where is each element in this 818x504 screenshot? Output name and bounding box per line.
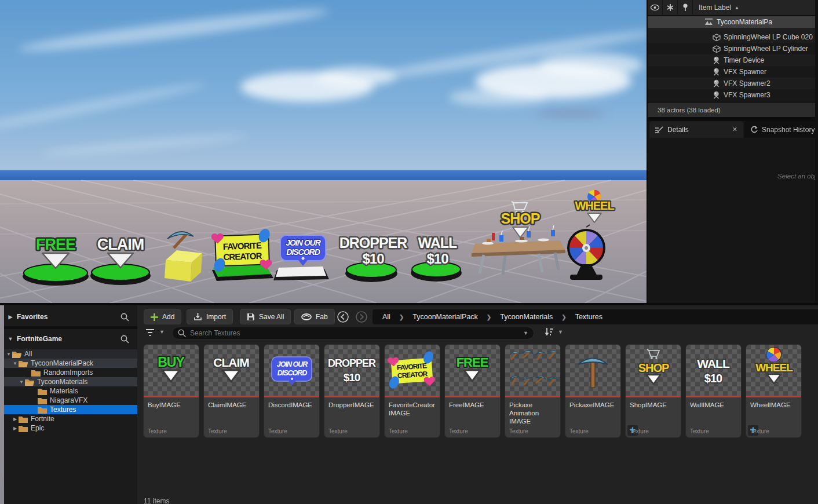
tree-item-tycoonmaterialpack[interactable]: ▼ TycoonMaterialPack [4, 359, 137, 368]
favorites-section[interactable]: ▶ Favorites [4, 309, 137, 325]
svg-text:DISCORD: DISCORD [277, 369, 308, 377]
history-icon [750, 126, 758, 133]
asset-name: PickaxeIMAGE [565, 397, 620, 409]
forward-button[interactable] [356, 311, 367, 323]
svg-text:$10: $10 [344, 371, 360, 384]
details-pencil-icon [655, 126, 663, 133]
breadcrumb-textures[interactable]: Textures [575, 313, 602, 321]
dropper-thumbnail: DROPPER $10 [324, 345, 379, 396]
device-icon [713, 56, 720, 64]
breadcrumb-all[interactable]: All [382, 313, 390, 321]
asset-tile-claim[interactable]: CLAIM ClaimIMAGE Texture [204, 345, 259, 437]
asset-name: DiscordIMAGE [264, 397, 319, 409]
outliner-row[interactable]: SpinningWheel LP Cylinder [648, 43, 815, 54]
filter-chevron-icon[interactable]: ▼ [159, 329, 165, 335]
tree-item-all[interactable]: ▼ All [4, 349, 137, 359]
outliner-row[interactable]: VFX Spawner [648, 66, 815, 78]
outliner-scrollbar[interactable] [815, 0, 818, 117]
claim-sign: CLAIM [97, 236, 144, 253]
asset-type: Texture [148, 428, 167, 434]
search-history-chevron-icon[interactable]: ▼ [523, 330, 528, 336]
svg-text:WALL: WALL [697, 357, 730, 370]
asset-tile-wheel[interactable]: WHEEL + WheelIMAGE Texture [746, 345, 801, 437]
search-box[interactable]: ▼ [172, 327, 534, 339]
sort-icon[interactable] [545, 327, 554, 337]
asset-name: WallIMAGE [686, 397, 741, 409]
asset-tile-buy[interactable]: BUY BuyIMAGE Texture [144, 345, 199, 437]
breadcrumb-tycoonmaterialpack[interactable]: TycoonMaterialPack [412, 313, 478, 321]
outliner-row[interactable]: Timer Device [648, 54, 815, 66]
content-browser: ▶ Favorites ▼ FortniteGame ▼ All ▼ Tycoo… [0, 303, 818, 504]
search-icon[interactable] [120, 313, 129, 322]
favoritecreator-thumbnail: FAVORITE CREATOR [385, 345, 440, 396]
visibility-eye-icon[interactable] [648, 0, 663, 16]
breadcrumb-tycoonmaterials[interactable]: TycoonMaterials [500, 313, 553, 321]
device-icon [713, 79, 720, 87]
fortnitegame-section[interactable]: ▼ FortniteGame [4, 331, 137, 347]
asset-type: Texture [569, 428, 589, 434]
outliner-header: Item Label ▲ [648, 0, 818, 16]
claim-thumbnail: CLAIM [204, 345, 259, 396]
save-all-button[interactable]: Save All [240, 309, 291, 324]
favorite-sign-line1: FAVORITE [223, 240, 262, 251]
discord-thumbnail: JOIN OUR DISCORD [264, 345, 319, 396]
asset-tile-favoritecreator[interactable]: FAVORITE CREATOR FavoriteCreator IMAGE T… [385, 345, 440, 437]
chevron-right-icon: ❯ [561, 314, 566, 320]
import-button[interactable]: Import [187, 309, 233, 324]
svg-text:$10: $10 [704, 372, 722, 385]
asset-tile-pickaxeanimation[interactable]: Pickaxe Animation IMAGE Texture [505, 345, 560, 437]
shop-thumbnail: SHOP [626, 345, 681, 396]
buy-thumbnail: BUY [144, 345, 199, 396]
tab-snapshot-history[interactable]: Snapshot History [744, 121, 818, 138]
tree-item-epic[interactable]: ▶ Epic [4, 423, 137, 433]
asset-name: ClaimIMAGE [204, 397, 259, 409]
asset-tile-discord[interactable]: JOIN OUR DISCORD DiscordIMAGE Texture [264, 345, 319, 437]
asset-tile-free[interactable]: FREE FreeIMAGE Texture [445, 345, 500, 437]
level-viewport[interactable]: FREE CLAIM FAVORITE CREATOR [0, 0, 647, 303]
tree-item-tycoonmaterials[interactable]: ▼ TycoonMaterials [4, 377, 137, 386]
fab-button[interactable]: Fab [294, 309, 335, 324]
asset-type: Texture [208, 428, 227, 434]
asset-name: BuyIMAGE [144, 397, 199, 409]
svg-text:DROPPER: DROPPER [328, 357, 376, 369]
outliner-row[interactable]: SpinningWheel LP Cube 020 [648, 31, 815, 43]
outliner-row[interactable]: VFX Spawner3 [648, 89, 815, 101]
import-icon [193, 313, 202, 321]
tab-details[interactable]: Details ✕ [649, 121, 743, 138]
open-folder-icon [19, 360, 28, 367]
search-input[interactable] [190, 329, 519, 337]
asset-tile-wall[interactable]: WALL $10 WallIMAGE Texture [686, 345, 741, 437]
folder-icon [38, 406, 48, 414]
asset-type: Texture [509, 428, 528, 434]
item-label-column-header[interactable]: Item Label ▲ [699, 3, 739, 12]
asset-type: Texture [690, 428, 709, 434]
asset-type: Texture [389, 428, 408, 434]
outliner-row-selected[interactable]: TycoonMaterialPa [648, 16, 815, 28]
pin-icon[interactable] [678, 0, 693, 16]
outliner-row[interactable]: VFX Spawner2 [648, 78, 815, 89]
close-tab-icon[interactable]: ✕ [732, 126, 737, 133]
favorite-star-icon[interactable] [663, 0, 678, 16]
sort-chevron-icon[interactable]: ▼ [558, 329, 563, 335]
asset-tile-shop[interactable]: SHOP + ShopIMAGE Texture [626, 345, 681, 437]
folder-icon [19, 415, 28, 423]
chevron-right-icon: ❯ [399, 314, 404, 320]
tree-item-textures-selected[interactable]: Textures [4, 405, 137, 414]
tree-item-materials[interactable]: Materials [4, 386, 137, 396]
asset-type: Texture [328, 428, 348, 434]
chevron-down-icon: ▼ [4, 336, 17, 342]
asset-type: Texture [750, 428, 769, 434]
wall-thumbnail: WALL $10 [686, 345, 741, 396]
filter-icon[interactable] [146, 328, 155, 337]
tree-item-niagaravfx[interactable]: NiagaraVFX [4, 396, 137, 405]
search-icon[interactable] [120, 335, 129, 344]
asset-tile-dropper[interactable]: DROPPER $10 DropperIMAGE Texture [324, 345, 379, 437]
add-button[interactable]: Add [144, 309, 181, 324]
asset-tile-pickaxe[interactable]: PickaxeIMAGE Texture [565, 345, 620, 437]
back-button[interactable] [337, 311, 349, 323]
tree-item-randomimports[interactable]: RandomImports [4, 368, 137, 377]
device-icon [713, 68, 720, 76]
viewport-scene: FREE CLAIM FAVORITE CREATOR [0, 0, 647, 303]
tree-item-fortnite[interactable]: ▶ Fortnite [4, 414, 137, 423]
asset-name: Pickaxe Animation IMAGE [505, 397, 560, 425]
